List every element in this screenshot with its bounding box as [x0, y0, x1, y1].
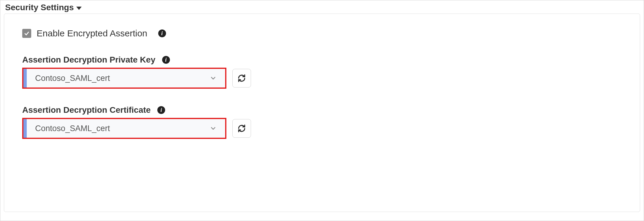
chevron-down-icon [210, 75, 225, 82]
private-key-value: Contoso_SAML_cert [27, 74, 210, 83]
private-key-select[interactable]: Contoso_SAML_cert [22, 68, 226, 89]
security-settings-section: Security Settings Enable Encrypted Asser… [0, 0, 644, 221]
enable-encrypted-assertion-checkbox[interactable] [22, 29, 31, 38]
private-key-field-row: Contoso_SAML_cert [22, 68, 628, 89]
settings-panel: Enable Encrypted Assertion i Assertion D… [4, 14, 640, 212]
info-icon[interactable]: i [158, 29, 166, 37]
enable-encrypted-assertion-row: Enable Encrypted Assertion i [22, 28, 628, 38]
private-key-refresh-button[interactable] [232, 69, 251, 87]
certificate-label-row: Assertion Decryption Certificate i [22, 105, 628, 115]
chevron-down-icon [210, 125, 225, 132]
certificate-select[interactable]: Contoso_SAML_cert [22, 118, 226, 139]
info-icon[interactable]: i [162, 56, 170, 64]
section-header[interactable]: Security Settings [5, 3, 640, 12]
private-key-label: Assertion Decryption Private Key [22, 55, 156, 65]
private-key-field-group: Assertion Decryption Private Key i Conto… [22, 55, 628, 89]
certificate-value: Contoso_SAML_cert [27, 124, 210, 133]
caret-down-icon [76, 7, 82, 10]
certificate-refresh-button[interactable] [232, 119, 251, 138]
select-active-bar [23, 69, 27, 87]
checkmark-icon [24, 30, 30, 36]
section-title: Security Settings [5, 3, 74, 12]
select-active-bar [23, 119, 27, 138]
certificate-label: Assertion Decryption Certificate [22, 105, 151, 115]
enable-encrypted-assertion-label: Enable Encrypted Assertion [37, 28, 147, 38]
certificate-field-row: Contoso_SAML_cert [22, 118, 628, 139]
refresh-icon [237, 124, 246, 133]
private-key-label-row: Assertion Decryption Private Key i [22, 55, 628, 65]
info-icon[interactable]: i [157, 106, 165, 114]
refresh-icon [237, 74, 246, 83]
certificate-field-group: Assertion Decryption Certificate i Conto… [22, 105, 628, 139]
